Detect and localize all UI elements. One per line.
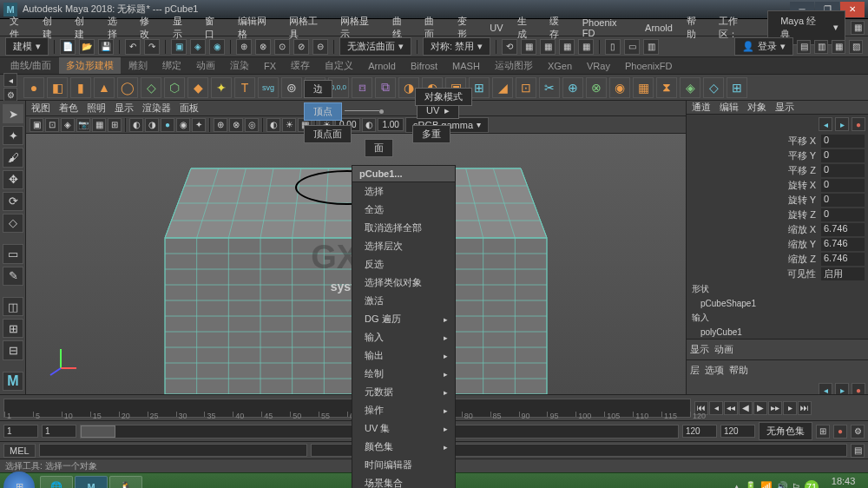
vp-icon[interactable]: ▦ — [92, 118, 106, 132]
vp-menu-item[interactable]: 着色 — [59, 102, 78, 115]
tool-icon[interactable]: ▦ — [633, 77, 654, 98]
cb-bot-item[interactable]: 帮助 — [729, 364, 748, 377]
tool-icon[interactable]: ⊞ — [727, 77, 747, 98]
shelf-tab[interactable]: Arnold — [361, 59, 403, 73]
snap-icon[interactable]: ⊕ — [236, 39, 252, 55]
taskbar-app-maya[interactable]: M — [75, 476, 108, 489]
panel-icon[interactable]: ▧ — [849, 40, 863, 54]
poly-type-icon[interactable]: ✦ — [211, 77, 232, 98]
tool-icon[interactable]: ⊡ — [516, 77, 536, 98]
symmetry-dropdown[interactable]: 对称: 禁用 ▾ — [423, 37, 490, 56]
cb-bot-tab[interactable]: 动画 — [714, 343, 733, 356]
menu-选择[interactable]: 选择 — [102, 13, 133, 43]
svg-tool-icon[interactable]: svg — [258, 77, 279, 98]
attr-value[interactable]: 0 — [821, 164, 865, 177]
shelf-tab[interactable]: 雕刻 — [122, 57, 155, 74]
lasso-tool[interactable]: ✦ — [3, 126, 23, 145]
login-dropdown[interactable]: 👤 登录 ▾ — [734, 37, 793, 56]
attr-value[interactable]: 0 — [821, 179, 865, 192]
vp-icon[interactable]: ◎ — [245, 118, 259, 132]
ctx-item[interactable]: 反选 — [352, 255, 455, 274]
attr-value[interactable]: 6.746 — [821, 223, 865, 236]
attr-value[interactable]: 0 — [821, 149, 865, 162]
range-end-inner[interactable] — [682, 425, 717, 438]
poly-plane-icon[interactable]: ◇ — [141, 77, 161, 98]
smooth-icon[interactable]: ◉ — [609, 77, 630, 98]
bevel-icon[interactable]: ◢ — [492, 77, 513, 98]
shelf-tab[interactable]: 运动图形 — [488, 57, 540, 74]
ctx-item[interactable]: 选择 — [352, 182, 455, 201]
range-icon[interactable]: ⊞ — [816, 425, 830, 439]
vp-menu-item[interactable]: 面板 — [180, 102, 199, 115]
render-icon[interactable]: ▦ — [578, 39, 594, 55]
cb-icon[interactable]: ▸ — [835, 117, 849, 131]
bridge-icon[interactable]: ⊞ — [469, 77, 490, 98]
poly-disc-icon[interactable]: ⬡ — [164, 77, 185, 98]
color-space-dropdown[interactable]: sRGB gamma ▾ — [405, 117, 489, 133]
vp-icon[interactable]: ◉ — [176, 118, 190, 132]
vp-icon[interactable]: ● — [161, 118, 174, 132]
vp-icon[interactable]: ◐ — [266, 118, 280, 132]
tray-badge[interactable]: 71 — [805, 480, 819, 489]
layout-icon[interactable]: ▭ — [624, 39, 640, 55]
menu-UV[interactable]: UV — [483, 21, 509, 35]
layout-four-icon[interactable]: ⊞ — [3, 319, 23, 338]
mel-label[interactable]: MEL — [3, 444, 36, 458]
charset-dropdown[interactable]: 无角色集 — [759, 422, 812, 440]
key-back-icon[interactable]: ◂◂ — [724, 401, 738, 415]
ctx-item[interactable]: UV 集 — [352, 419, 455, 438]
shelf-tab[interactable]: FX — [257, 59, 283, 73]
tray-icon[interactable]: 🔊 — [776, 481, 788, 488]
menu-显示[interactable]: 显示 — [167, 13, 198, 43]
render-icon[interactable]: ▦ — [521, 39, 536, 55]
tool-icon[interactable]: ⊚ — [281, 77, 302, 98]
maya-m-icon[interactable]: M — [3, 372, 23, 391]
tool-icon[interactable]: 0,0,0 — [328, 77, 349, 98]
shelf-tab[interactable]: 渲染 — [223, 57, 256, 74]
exposure-value[interactable]: 0.00 — [335, 118, 360, 131]
menu-生成[interactable]: 生成 — [511, 13, 542, 43]
tool-icon[interactable]: ◇ — [703, 77, 724, 98]
poly-cylinder-icon[interactable]: ▮ — [70, 77, 91, 98]
menu-Phoenix FD[interactable]: Phoenix FD — [576, 16, 637, 40]
vp-icon[interactable]: ◑ — [145, 118, 159, 132]
last-tool[interactable]: ✎ — [3, 267, 23, 286]
shelf-tab[interactable]: PhoenixFD — [618, 59, 679, 73]
vp-menu-item[interactable]: 照明 — [87, 102, 106, 115]
vp-icon[interactable]: ⊕ — [214, 118, 227, 132]
menu-Arnold[interactable]: Arnold — [639, 21, 679, 35]
ctx-item[interactable]: 绘制 — [352, 365, 455, 383]
layout-single-icon[interactable]: ◫ — [3, 297, 23, 316]
shelf-arrow-icon[interactable]: ◂ — [3, 73, 17, 87]
menu-网格工具[interactable]: 网格工具 — [283, 13, 332, 43]
ctx-item[interactable]: 场景集合 — [352, 474, 455, 488]
cb-tab[interactable]: 对象 — [747, 101, 766, 114]
boolean-icon[interactable]: ◐ — [422, 77, 443, 98]
vp-icon[interactable]: ⊞ — [108, 118, 122, 132]
attr-value[interactable]: 0 — [821, 194, 865, 207]
vp-menu-item[interactable]: 渲染器 — [142, 102, 171, 115]
vp-icon[interactable]: ◈ — [61, 118, 75, 132]
multicut-icon[interactable]: ✂ — [539, 77, 560, 98]
clock-time[interactable]: 18:43 — [822, 476, 865, 486]
ctx-item[interactable]: 操作 — [352, 401, 455, 419]
ctx-item[interactable]: DG 遍历 — [352, 310, 455, 328]
target-weld-icon[interactable]: ⊕ — [562, 77, 583, 98]
command-input[interactable] — [39, 444, 308, 457]
mirror-icon[interactable]: ⧗ — [656, 77, 677, 98]
shelf-tab[interactable]: 曲线/曲面 — [3, 57, 58, 74]
layout-icon[interactable]: ⊟ — [3, 340, 23, 359]
cb-icon[interactable]: ◂ — [819, 117, 832, 131]
time-ruler[interactable]: 1510152025303540455055606570758085909510… — [3, 399, 691, 418]
menu-编辑网格[interactable]: 编辑网格 — [232, 13, 281, 43]
cb-tab[interactable]: 显示 — [775, 101, 794, 114]
panel-icon[interactable]: ▦ — [832, 40, 845, 54]
menu-修改[interactable]: 修改 — [134, 13, 165, 43]
step-back-icon[interactable]: ◂ — [709, 401, 723, 415]
snap-icon[interactable]: ⊗ — [255, 39, 271, 55]
undo-icon[interactable]: ↶ — [125, 39, 141, 55]
tray-icon[interactable]: 🏳 — [792, 482, 801, 489]
snap-icon[interactable]: ⊘ — [293, 39, 309, 55]
poly-torus-icon[interactable]: ◯ — [117, 77, 138, 98]
snap-icon[interactable]: ⊖ — [312, 39, 328, 55]
